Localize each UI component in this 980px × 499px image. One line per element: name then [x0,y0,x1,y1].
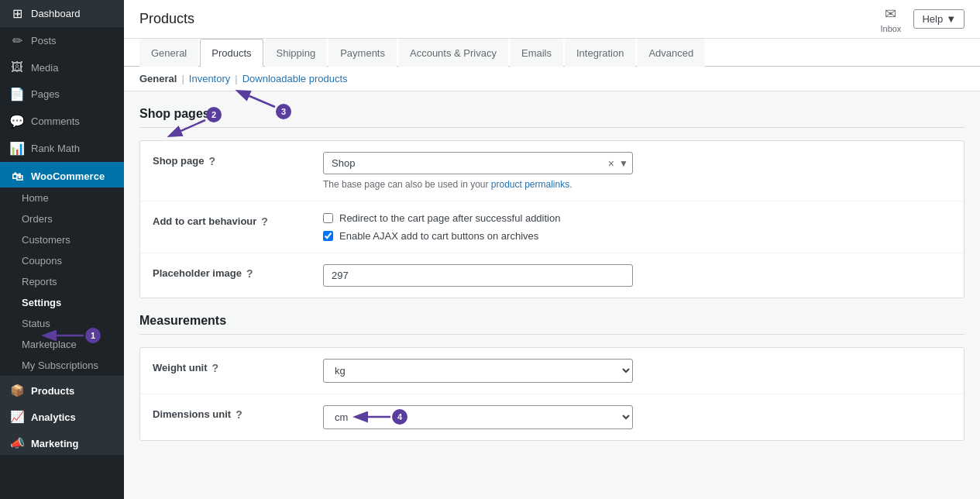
sidebar-item-woocommerce[interactable]: 🛍 WooCommerce [0,162,124,188]
add-to-cart-row: Add to cart behaviour ? Redirect to the … [140,201,964,253]
help-button[interactable]: Help ▼ [913,9,965,29]
shop-page-description: The base page can also be used in your p… [323,179,951,190]
shop-page-label: Shop page ? [153,152,323,167]
sub-nav: General | Inventory | Downloadable produ… [124,67,980,91]
weight-unit-row: Weight unit ? kg g lbs oz [140,348,964,394]
redirect-cart-row: Redirect to the cart page after successf… [323,212,951,224]
sidebar-sub-status[interactable]: Status [0,313,124,334]
pages-icon: 📄 [9,87,25,102]
subnav-inventory[interactable]: Inventory [189,73,230,84]
redirect-cart-checkbox[interactable] [323,213,333,223]
ajax-cart-checkbox[interactable] [323,231,333,241]
placeholder-image-field [323,264,951,287]
inbox-icon: ✉ [885,5,896,22]
shop-page-select-container: Shop × ▼ [323,152,633,174]
dimensions-unit-row: Dimensions unit ? cm m mm in yd [140,394,964,440]
weight-unit-help-icon[interactable]: ? [212,362,219,374]
shop-page-field: Shop × ▼ The base page can also be used … [323,152,951,190]
sidebar-item-rankmath[interactable]: 📊 Rank Math [0,135,124,162]
placeholder-image-help-icon[interactable]: ? [246,267,253,280]
shop-pages-section: Shop pages Shop page ? Shop × [139,107,965,298]
sidebar-sub-marketplace[interactable]: Marketplace [0,334,124,355]
media-icon: 🖼 [9,60,25,74]
main-content: Products ✉ Inbox Help ▼ General Products… [124,0,980,499]
sidebar-item-marketing[interactable]: 📣 Marketing [0,428,124,455]
subnav-general[interactable]: General [139,73,177,84]
sidebar-sub-coupons[interactable]: Coupons [0,250,124,271]
sidebar-sub-customers[interactable]: Customers [0,229,124,250]
weight-unit-field: kg g lbs oz [323,359,951,383]
sidebar-sub-home[interactable]: Home [0,188,124,208]
weight-unit-label: Weight unit ? [153,359,323,374]
tab-general[interactable]: General [139,39,198,67]
sidebar-item-dashboard[interactable]: ⊞ Dashboard [0,0,124,27]
add-to-cart-label: Add to cart behaviour ? [153,212,323,228]
tab-accounts[interactable]: Accounts & Privacy [398,39,508,67]
add-to-cart-help-icon[interactable]: ? [261,215,268,228]
tab-products[interactable]: Products [200,39,263,67]
topbar: Products ✉ Inbox Help ▼ [124,0,980,39]
placeholder-image-row: Placeholder image ? [140,253,964,298]
analytics-icon: 📈 [9,410,25,424]
ajax-cart-row: Enable AJAX add to cart buttons on archi… [323,230,951,242]
sidebar-sub-orders[interactable]: Orders [0,208,124,229]
shop-pages-title: Shop pages [139,107,965,128]
placeholder-image-label: Placeholder image ? [153,264,323,280]
tab-advanced[interactable]: Advanced [637,39,705,67]
sidebar-sub-reports[interactable]: Reports [0,271,124,292]
sidebar-item-pages[interactable]: 📄 Pages [0,81,124,108]
products-icon: 📦 [9,384,25,397]
subnav-downloadable[interactable]: Downloadable products [242,73,348,84]
weight-unit-select[interactable]: kg g lbs oz [323,359,633,383]
woocommerce-icon: 🛍 [9,170,25,183]
topbar-right: ✉ Inbox Help ▼ [880,5,965,33]
sidebar-item-media[interactable]: 🖼 Media [0,54,124,81]
dashboard-icon: ⊞ [9,6,25,21]
sidebar-sub-settings[interactable]: Settings [0,292,124,313]
rankmath-icon: 📊 [9,141,25,156]
redirect-cart-label: Redirect to the cart page after successf… [339,212,560,224]
help-chevron-icon: ▼ [946,13,956,25]
comments-icon: 💬 [9,114,25,129]
inbox-button[interactable]: ✉ Inbox [880,5,901,33]
sidebar-sub-mysubscriptions[interactable]: My Subscriptions [0,355,124,376]
tab-bar: General Products Shipping Payments Accou… [124,39,980,67]
content-area: Shop pages Shop page ? Shop × [124,91,980,499]
page-title: Products [139,11,194,27]
tab-payments[interactable]: Payments [328,39,397,67]
measurements-title: Measurements [139,314,965,335]
tab-shipping[interactable]: Shipping [265,39,328,67]
sidebar-item-products[interactable]: 📦 Products [0,376,124,402]
marketing-icon: 📣 [9,436,25,450]
sidebar: ⊞ Dashboard ✏ Posts 🖼 Media 📄 Pages 💬 Co… [0,0,124,499]
shop-page-clear-icon[interactable]: × [608,157,614,170]
shop-page-select[interactable]: Shop [323,152,633,174]
shop-page-row: Shop page ? Shop × ▼ The base page can [140,141,964,201]
sidebar-item-comments[interactable]: 💬 Comments [0,108,124,135]
dimensions-unit-help-icon[interactable]: ? [236,408,242,421]
shop-page-chevron-icon: ▼ [619,158,628,169]
sidebar-item-posts[interactable]: ✏ Posts [0,27,124,54]
measurements-section: Measurements Weight unit ? kg g lbs oz [139,314,965,441]
dimensions-unit-field: cm m mm in yd [323,405,951,429]
dimensions-unit-label: Dimensions unit ? [153,405,323,421]
tab-integration[interactable]: Integration [565,39,635,67]
sidebar-item-analytics[interactable]: 📈 Analytics [0,402,124,428]
dimensions-unit-select[interactable]: cm m mm in yd [323,405,633,429]
tab-emails[interactable]: Emails [510,39,563,67]
add-to-cart-field: Redirect to the cart page after successf… [323,212,951,242]
placeholder-image-input[interactable] [323,264,633,287]
product-permalinks-link[interactable]: product permalinks [491,179,569,190]
ajax-cart-label: Enable AJAX add to cart buttons on archi… [339,230,538,242]
shop-page-help-icon[interactable]: ? [208,155,215,167]
posts-icon: ✏ [9,33,25,48]
